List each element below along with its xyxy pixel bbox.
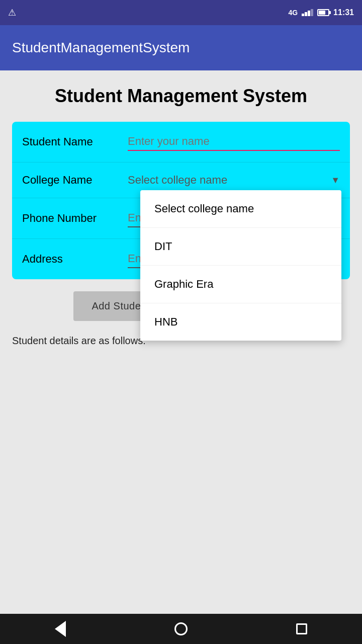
main-content: Student Management System Student Name C…	[0, 70, 362, 614]
address-label: Address	[22, 253, 128, 266]
student-name-label: Student Name	[22, 135, 128, 148]
home-icon	[174, 622, 188, 635]
battery-icon	[317, 9, 329, 16]
college-name-row: College Name Select college name ▼ Selec…	[12, 163, 350, 198]
nav-home-button[interactable]	[171, 619, 191, 639]
student-name-row: Student Name	[12, 122, 350, 163]
student-name-input[interactable]	[128, 133, 340, 151]
app-bar: StudentManagementSystem	[0, 25, 362, 70]
dropdown-item-graphic-era[interactable]: Graphic Era	[140, 266, 341, 303]
signal-label: 4G	[288, 9, 298, 17]
bottom-nav	[0, 614, 362, 644]
back-icon	[55, 621, 66, 637]
battery-fill	[319, 11, 325, 15]
college-name-label: College Name	[22, 174, 128, 187]
status-left: ⚠	[8, 7, 16, 18]
status-bar: ⚠ 4G 11:31	[0, 0, 362, 25]
college-dropdown: Select college name DIT Graphic Era HNB	[140, 190, 341, 341]
nav-recent-button[interactable]	[292, 619, 312, 639]
dropdown-item-select[interactable]: Select college name	[140, 190, 341, 228]
recent-icon	[296, 623, 307, 634]
form-card: Student Name College Name Select college…	[12, 122, 350, 279]
page-title: Student Management System	[12, 86, 350, 107]
chevron-down-icon: ▼	[331, 175, 340, 186]
phone-number-label: Phone Number	[22, 212, 128, 225]
nav-back-button[interactable]	[50, 619, 70, 639]
time-display: 11:31	[333, 8, 354, 17]
dropdown-item-dit[interactable]: DIT	[140, 228, 341, 266]
app-bar-title: StudentManagementSystem	[12, 40, 190, 56]
status-right: 4G 11:31	[288, 8, 354, 17]
college-select-value: Select college name	[128, 174, 227, 187]
college-name-select[interactable]: Select college name ▼	[128, 174, 340, 187]
dropdown-item-hnb[interactable]: HNB	[140, 303, 341, 341]
warning-icon: ⚠	[8, 7, 16, 18]
signal-icon	[302, 9, 313, 16]
